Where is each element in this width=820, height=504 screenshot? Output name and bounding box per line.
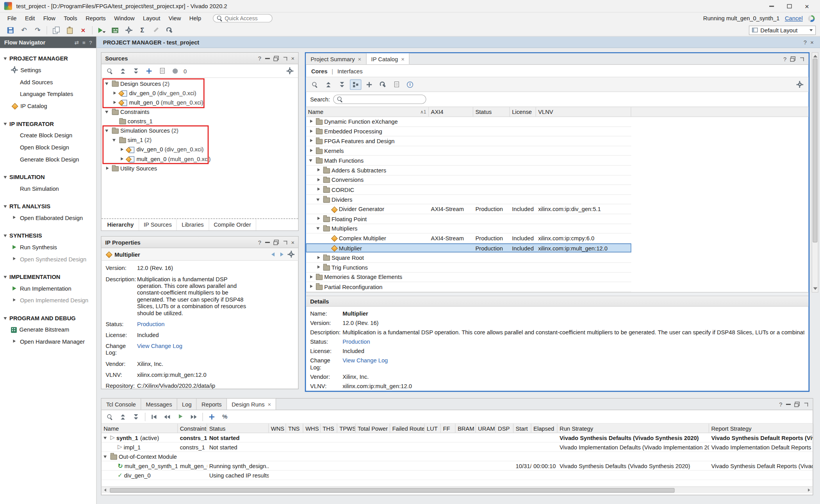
sources-settings-button[interactable] [284, 66, 295, 76]
property-value[interactable]: View Change Log [342, 357, 804, 371]
chevron-open-icon[interactable] [111, 137, 118, 144]
flownav-item-open-hardware-manager[interactable]: Open Hardware Manager [0, 335, 96, 348]
scrollbar-thumb[interactable] [813, 59, 817, 242]
chevron-right-icon[interactable] [316, 254, 322, 261]
runs-column-uram[interactable]: URAM [476, 424, 496, 433]
flownav-item-generate-block-design[interactable]: Generate Block Design [0, 153, 96, 165]
search-button[interactable] [104, 412, 116, 422]
column-header-license[interactable]: License [510, 107, 536, 117]
scope-toggle-button[interactable] [169, 66, 181, 76]
chevron-right-icon[interactable] [119, 155, 125, 163]
chevron-open-icon[interactable] [103, 453, 109, 460]
close-icon[interactable]: × [291, 55, 294, 61]
column-header-vlnv[interactable]: VLNV [536, 107, 631, 117]
catalog-subtab-interfaces[interactable]: Interfaces [337, 67, 363, 74]
add-repository-button[interactable] [364, 79, 375, 90]
quick-access-input[interactable] [225, 15, 266, 21]
flownav-section-header[interactable]: SIMULATION [0, 172, 96, 183]
catalog-row-complex-multiplier[interactable]: Complex MultiplierAXI4-StreamProductionI… [306, 234, 631, 243]
scroll-right-button[interactable] [806, 487, 813, 493]
flownav-section-header[interactable]: SYNTHESIS [0, 231, 96, 241]
menu-item-reports[interactable]: Reports [81, 14, 110, 23]
editor-tab-project-summary[interactable]: Project Summary× [306, 53, 366, 64]
vertical-scrollbar[interactable] [812, 52, 818, 293]
source-tree-item-div-gen-0[interactable]: div_gen_0(div_gen_0.xci) [102, 145, 298, 154]
chevron-open-icon[interactable] [103, 434, 109, 441]
scrollbar-thumb[interactable] [110, 488, 674, 492]
catalog-row-memories-storage-elements[interactable]: Memories & Storage Elements [306, 272, 631, 282]
horizontal-scrollbar[interactable] [102, 486, 813, 493]
panel-tab-messages[interactable]: Messages [141, 399, 177, 410]
catalog-row-multiplier[interactable]: MultiplierProductionIncludedxilinx.com:i… [306, 243, 631, 253]
launch-runs-button[interactable] [175, 412, 186, 422]
float-icon[interactable] [273, 240, 278, 245]
chevron-open-icon[interactable] [104, 80, 111, 87]
menu-item-edit[interactable]: Edit [21, 14, 39, 23]
runs-column-tns[interactable]: TNS [286, 424, 303, 433]
chevron-right-icon[interactable] [111, 99, 118, 106]
column-header-name[interactable]: Name∧1 [306, 107, 429, 117]
dock-icon[interactable]: ⇄ [74, 39, 78, 45]
cancel-link[interactable]: Cancel [785, 15, 803, 21]
runs-column-ff[interactable]: FF [441, 424, 456, 433]
minimize-button[interactable] [763, 0, 781, 12]
quick-access-search[interactable] [213, 14, 273, 22]
minimize-icon[interactable] [786, 399, 791, 410]
details-splitter[interactable] [306, 292, 808, 296]
runs-column-dsp[interactable]: DSP [496, 424, 514, 433]
runs-column-bram[interactable]: BRAM [456, 424, 476, 433]
back-icon[interactable] [271, 252, 275, 256]
search-button[interactable] [104, 66, 116, 76]
menu-item-window[interactable]: Window [110, 14, 139, 23]
sources-tab-ip-sources[interactable]: IP Sources [139, 219, 177, 230]
panel-tab-log[interactable]: Log [177, 399, 197, 410]
panel-tab-design-runs[interactable]: Design Runs× [227, 399, 276, 410]
chevron-right-icon[interactable] [104, 165, 111, 172]
menu-item-layout[interactable]: Layout [139, 14, 164, 23]
maximize-icon[interactable] [282, 240, 287, 245]
flownav-item-run-synthesis[interactable]: Run Synthesis [0, 241, 96, 253]
close-icon[interactable]: × [291, 239, 294, 245]
float-icon[interactable] [790, 53, 795, 64]
source-tree-item-utility-sources[interactable]: Utility Sources [102, 163, 298, 173]
source-tree-item-constraints[interactable]: Constraints [102, 107, 298, 117]
runs-column-total-power[interactable]: Total Power [356, 424, 390, 433]
minimize-icon[interactable] [265, 58, 269, 59]
catalog-row-embedded-processing[interactable]: Embedded Processing [306, 127, 631, 137]
catalog-row-square-root[interactable]: Square Root [306, 253, 631, 263]
flownav-item-add-sources[interactable]: Add Sources [0, 76, 96, 88]
expand-all-button[interactable] [130, 412, 141, 422]
runs-column-tpws[interactable]: TPWS [337, 424, 356, 433]
float-icon[interactable] [273, 56, 278, 61]
scroll-left-button[interactable] [102, 487, 109, 493]
collapse-all-button[interactable] [323, 79, 334, 90]
expand-all-button[interactable] [130, 66, 141, 76]
runs-column-report-strategy[interactable]: Report Strategy [709, 424, 814, 433]
flownav-item-ip-catalog[interactable]: IP Catalog [0, 100, 96, 112]
tab-close-icon[interactable]: × [401, 56, 405, 62]
runs-column-elapsed[interactable]: Elapsed [531, 424, 558, 433]
report-button[interactable]: Σ [136, 25, 148, 35]
help-icon[interactable]: ? [258, 239, 261, 245]
runs-column-status[interactable]: Status [207, 424, 269, 433]
source-tree-item-simulation-sources[interactable]: Simulation Sources(2) [102, 126, 298, 135]
runs-column-failed-routes[interactable]: Failed Routes [390, 424, 424, 433]
sources-tab-libraries[interactable]: Libraries [177, 219, 209, 230]
chevron-open-icon[interactable] [104, 108, 111, 115]
chevron-right-icon[interactable] [316, 215, 322, 222]
collapse-all-button[interactable] [117, 66, 128, 76]
percent-button[interactable]: % [219, 412, 230, 422]
catalog-row-partial-reconfiguration[interactable]: Partial Reconfiguration [306, 282, 631, 292]
flownav-section-header[interactable]: PROGRAM AND DEBUG [0, 313, 96, 323]
flownav-item-language-templates[interactable]: Language Templates [0, 88, 96, 100]
menu-icon[interactable]: ≡ [82, 39, 86, 45]
source-tree-item-design-sources[interactable]: Design Sources(2) [102, 79, 298, 88]
maximize-icon[interactable] [799, 53, 804, 64]
copy-button[interactable] [50, 25, 62, 35]
chevron-right-icon[interactable] [111, 89, 118, 97]
search-button[interactable] [309, 79, 321, 90]
maximize-icon[interactable] [282, 56, 287, 61]
runs-column-constraints[interactable]: Constraints [178, 424, 207, 433]
catalog-search-box[interactable] [333, 94, 426, 104]
run-row-mult-gen-0-synth-1[interactable]: ↻mult_gen_0_synth_1mult_gen_0Running syn… [102, 461, 813, 471]
